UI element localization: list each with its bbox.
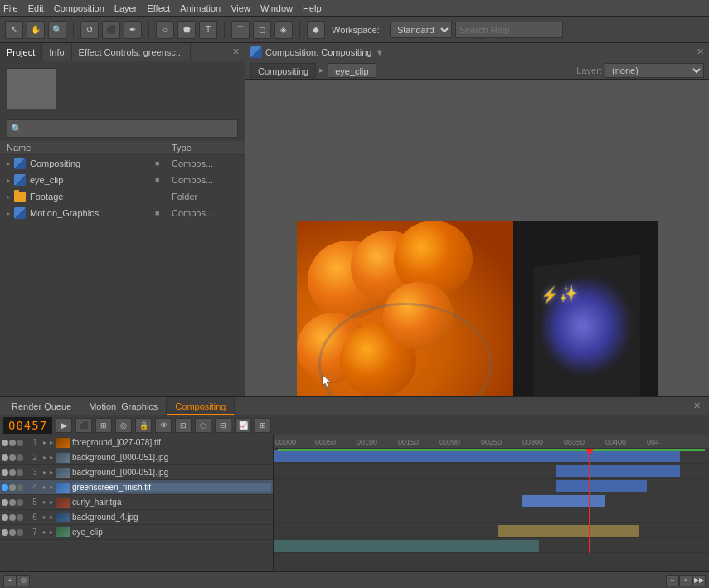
menu-window[interactable]: Window (260, 3, 293, 13)
list-item[interactable]: ▸ Motion_Graphics ■ Compos... (0, 205, 245, 221)
lock-toggle[interactable] (9, 440, 16, 446)
search-input[interactable] (455, 22, 563, 38)
table-row[interactable]: 5 ▸ ▸ curly_hair.tga (0, 495, 273, 510)
stamp-tool[interactable]: ◈ (274, 21, 293, 39)
solo-toggle[interactable] (17, 469, 23, 476)
tab-motiongraphics[interactable]: Motion_Graphics (80, 397, 167, 415)
solo-toggle[interactable] (17, 454, 23, 461)
table-row[interactable]: 1 ▸ ▸ foreground_[027-078].tif (0, 435, 273, 450)
menu-view[interactable]: View (231, 3, 250, 13)
tab-compositing-tl[interactable]: Compositing (167, 397, 235, 415)
eye-toggle[interactable] (2, 484, 8, 491)
list-item[interactable]: ▸ eye_clip ■ Compos... (0, 172, 245, 188)
solo-toggle[interactable] (17, 440, 23, 446)
expand-arrow[interactable]: ▸ (43, 484, 50, 491)
tab-eyeclip[interactable]: eye_clip (328, 63, 376, 78)
table-row[interactable]: 7 ▸ ▸ eye_clip (0, 525, 273, 540)
motion-blur[interactable]: ◌ (195, 418, 211, 433)
eye-toggle[interactable] (2, 469, 8, 476)
menu-layer[interactable]: Layer (114, 3, 138, 13)
comp-panel-menu[interactable]: ▼ (375, 47, 384, 57)
list-item[interactable]: ▸ Footage Folder (0, 188, 245, 205)
graph-editor[interactable]: 📈 (235, 418, 251, 433)
project-search-input[interactable] (26, 124, 234, 134)
zoom-tool[interactable]: 🔍 (48, 21, 66, 39)
expand-arrow2[interactable]: ▸ (50, 439, 56, 446)
eye-toggle[interactable] (2, 440, 8, 446)
menu-file[interactable]: File (3, 3, 18, 13)
solo-all[interactable]: ◎ (115, 418, 132, 433)
expand-arrow2[interactable]: ▸ (50, 454, 56, 461)
expand-arrow[interactable]: ▸ (43, 528, 50, 536)
puppet-tool[interactable]: ◆ (307, 21, 325, 39)
eye-toggle[interactable] (2, 529, 8, 536)
eye-toggle[interactable] (2, 499, 8, 506)
lock-toggle[interactable] (9, 484, 16, 491)
shy-all[interactable]: 👁 (155, 418, 172, 433)
solo-view-btn[interactable]: ◎ (17, 575, 30, 586)
expand-arrow2[interactable]: ▸ (50, 469, 56, 476)
lock-toggle[interactable] (9, 499, 16, 506)
solo-toggle[interactable] (17, 529, 23, 536)
expand-arrow[interactable]: ▸ (43, 469, 50, 476)
table-row[interactable]: 6 ▸ ▸ background_4.jpg (0, 510, 273, 525)
layer-select[interactable]: (none) (605, 63, 704, 78)
tab-renderqueue[interactable]: Render Queue (3, 397, 80, 415)
menu-edit[interactable]: Edit (28, 3, 44, 13)
select-tool[interactable]: ↖ (5, 21, 23, 39)
panel-close[interactable]: ✕ (227, 46, 245, 57)
eraser-tool[interactable]: ◻ (253, 21, 271, 39)
table-row[interactable]: 2 ▸ ▸ background_[000-051].jpg (0, 450, 273, 465)
comp-panel-close[interactable]: ✕ (697, 46, 704, 57)
table-row[interactable]: 3 ▸ ▸ background_[000-051].jpg (0, 465, 273, 480)
layer-switches-btn[interactable]: ⊞ (95, 418, 112, 433)
brush-tool[interactable]: ⌒ (231, 21, 250, 39)
expand-arrow[interactable]: ▸ (43, 498, 50, 506)
rotation-tool[interactable]: ↺ (80, 21, 99, 39)
solo-toggle[interactable] (17, 499, 23, 506)
hand-tool[interactable]: ✋ (27, 21, 45, 39)
expand-arrow[interactable]: ▸ (43, 454, 50, 461)
workspace-select[interactable]: Standard (390, 22, 452, 38)
expand-arrow2[interactable]: ▸ (50, 498, 56, 506)
shape-tool[interactable]: ○ (156, 21, 174, 39)
add-layer-btn[interactable]: + (3, 575, 17, 586)
tl-toolbar-btn[interactable]: ⊞ (255, 418, 271, 433)
tab-compositing[interactable]: Compositing (250, 63, 316, 78)
tab-project[interactable]: Project (0, 43, 42, 61)
expand-arrow2[interactable]: ▸ (50, 513, 56, 521)
lock-all[interactable]: 🔒 (135, 418, 152, 433)
expand-arrow2[interactable]: ▸ (50, 528, 56, 536)
tab-info[interactable]: Info (42, 43, 71, 61)
solo-toggle[interactable] (17, 514, 23, 521)
preview-options-btn[interactable]: ⬛ (75, 418, 92, 433)
solo-toggle[interactable] (17, 484, 23, 491)
timeline-zoom-out[interactable]: − (666, 575, 679, 586)
menu-animation[interactable]: Animation (180, 3, 221, 13)
expand-arrow2[interactable]: ▸ (50, 484, 56, 491)
lock-toggle[interactable] (9, 454, 16, 461)
text-tool[interactable]: T (199, 21, 217, 39)
collapse-all[interactable]: ⊡ (175, 418, 192, 433)
timeline-options[interactable]: ▶▶ (692, 575, 706, 586)
menu-effect[interactable]: Effect (147, 3, 170, 13)
timeline-zoom-in[interactable]: + (679, 575, 692, 586)
camera-tool[interactable]: ⬛ (102, 21, 120, 39)
lock-toggle[interactable] (9, 529, 16, 536)
frame-blend[interactable]: ⊟ (215, 418, 231, 433)
list-item[interactable]: ▸ Compositing ■ Compos... (0, 155, 245, 172)
expand-arrow[interactable]: ▸ (43, 513, 50, 521)
lock-toggle[interactable] (9, 469, 16, 476)
expand-arrow[interactable]: ▸ (43, 439, 50, 446)
timeline-panel-close[interactable]: ✕ (688, 401, 706, 411)
eye-toggle[interactable] (2, 454, 8, 461)
render-btn[interactable]: ▶ (56, 418, 72, 433)
star-tool[interactable]: ⬟ (177, 21, 196, 39)
menu-composition[interactable]: Composition (54, 3, 104, 13)
table-row[interactable]: 4 ▸ ▸ greenscreen_finish.tif (0, 480, 273, 495)
menu-help[interactable]: Help (303, 3, 322, 13)
eye-toggle[interactable] (2, 514, 8, 521)
tab-effect-controls[interactable]: Effect Controls: greensc... (72, 43, 191, 61)
lock-toggle[interactable] (9, 514, 16, 521)
pen-tool[interactable]: ✒ (124, 21, 142, 39)
